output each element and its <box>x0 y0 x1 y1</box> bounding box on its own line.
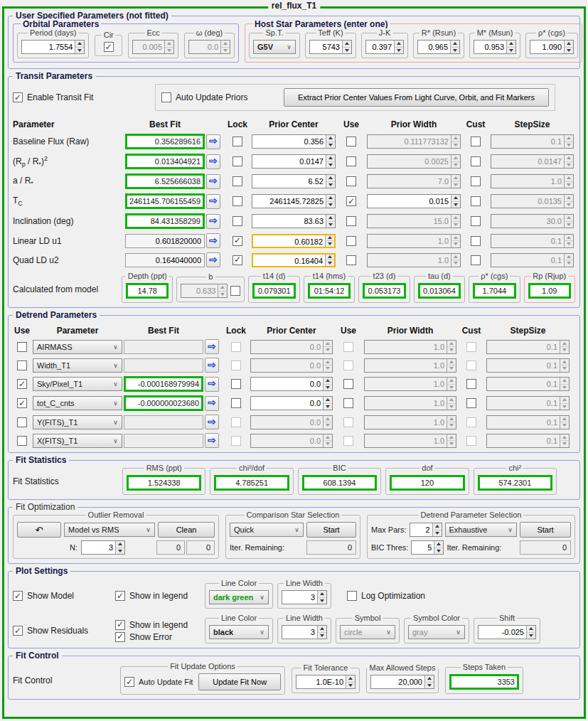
detrend-prior-width-field[interactable]: 1.0 <box>364 358 456 373</box>
spinner[interactable] <box>564 135 573 148</box>
spin-up-button[interactable] <box>326 235 334 241</box>
detrend-custom-step-checkbox[interactable] <box>466 342 476 352</box>
spinner[interactable] <box>564 155 573 168</box>
spin-down-button[interactable] <box>565 221 573 228</box>
spinner[interactable] <box>526 626 535 639</box>
spin-down-button[interactable] <box>565 141 573 149</box>
spin-down-button[interactable] <box>318 597 326 604</box>
detrend-parameter-select[interactable]: AIRMASS∨ <box>33 340 122 354</box>
spin-up-button[interactable] <box>326 195 335 201</box>
use-prior-checkbox[interactable] <box>346 156 356 166</box>
prior-center-field[interactable]: 0.16404 <box>252 253 336 267</box>
stepsize-field[interactable]: 1.0 <box>491 174 574 188</box>
spinner[interactable] <box>564 235 573 247</box>
spin-down-button[interactable] <box>447 346 456 353</box>
detrend-use-checkbox[interactable] <box>17 436 27 446</box>
copy-bestfit-to-prior-button[interactable]: ⇨ <box>206 194 220 209</box>
use-prior-checkbox[interactable] <box>346 236 356 246</box>
spinner[interactable] <box>323 378 332 390</box>
copy-bestfit-to-prior-button[interactable]: ⇨ <box>205 377 219 392</box>
spectral-type-select[interactable]: G5V∨ <box>253 40 296 54</box>
spin-up-button[interactable] <box>326 155 335 161</box>
lock-checkbox[interactable] <box>232 156 242 166</box>
spinner[interactable] <box>317 591 326 604</box>
copy-bestfit-to-prior-button[interactable]: ⇨ <box>206 154 220 169</box>
spin-up-button[interactable] <box>425 675 434 682</box>
spin-down-button[interactable] <box>560 422 569 429</box>
spinner[interactable] <box>394 41 403 53</box>
spin-down-button[interactable] <box>326 221 335 228</box>
spinner[interactable] <box>218 284 227 297</box>
comp-star-start-button[interactable]: Start <box>306 522 356 538</box>
spin-up-button[interactable] <box>447 359 456 365</box>
stepsize-field[interactable]: 0.1 <box>491 234 574 248</box>
use-prior-checkbox[interactable] <box>346 196 356 206</box>
spin-down-button[interactable] <box>165 47 173 54</box>
spinner[interactable] <box>560 378 569 390</box>
auto-update-fit-checkbox[interactable] <box>124 677 134 687</box>
spinner[interactable] <box>342 41 351 53</box>
detrend-stepsize-field[interactable]: 0.1 <box>486 377 570 391</box>
spin-down-button[interactable] <box>326 161 335 169</box>
spinner[interactable] <box>323 397 332 410</box>
detrend-use-checkbox[interactable] <box>17 342 27 352</box>
detrend-prior-width-field[interactable]: 1.0 <box>364 340 456 354</box>
detrend-prior-center-field[interactable]: 0.0 <box>250 415 333 429</box>
period-field[interactable]: 1.7554 <box>21 40 85 54</box>
spin-up-button[interactable] <box>324 378 332 384</box>
spin-up-button[interactable] <box>326 135 335 141</box>
lock-checkbox[interactable] <box>232 255 242 265</box>
lock-checkbox[interactable] <box>232 176 242 186</box>
spin-down-button[interactable] <box>218 291 227 298</box>
spinner[interactable] <box>447 378 456 390</box>
symbol-color-select[interactable]: gray∨ <box>408 625 465 639</box>
detrend-parameter-select[interactable]: X(FITS)_T1∨ <box>33 434 122 448</box>
spinner[interactable] <box>560 397 569 410</box>
spin-up-button[interactable] <box>447 378 456 384</box>
spin-down-button[interactable] <box>324 365 332 372</box>
spinner[interactable] <box>564 254 573 267</box>
spin-up-button[interactable] <box>165 41 173 47</box>
stepsize-field[interactable]: 0.0147 <box>491 154 574 169</box>
lock-checkbox[interactable] <box>232 216 242 226</box>
spin-up-button[interactable] <box>324 416 332 422</box>
detrend-parameter-select[interactable]: Sky/Pixel_T1∨ <box>33 377 122 391</box>
spinner[interactable] <box>451 195 460 208</box>
copy-bestfit-to-prior-button[interactable]: ⇨ <box>206 174 220 189</box>
prior-width-field[interactable]: 0.0025 <box>367 154 461 169</box>
detrend-lock-checkbox[interactable] <box>231 436 241 446</box>
show-model-checkbox[interactable] <box>13 591 23 601</box>
spin-down-button[interactable] <box>116 548 124 555</box>
detrend-custom-step-checkbox[interactable] <box>466 398 476 408</box>
prior-width-field[interactable]: 0.015 <box>367 194 461 208</box>
spin-down-button[interactable] <box>425 682 434 689</box>
spin-up-button[interactable] <box>565 215 573 221</box>
detrend-prior-width-field[interactable]: 1.0 <box>364 415 456 429</box>
spinner[interactable] <box>447 341 456 353</box>
spin-down-button[interactable] <box>560 440 569 447</box>
spin-up-button[interactable] <box>326 255 334 260</box>
outlier-method-select[interactable]: Model vs RMS∨ <box>64 523 155 537</box>
detrend-custom-step-checkbox[interactable] <box>466 417 476 427</box>
teff-field[interactable]: 5743 <box>309 40 352 54</box>
spin-down-button[interactable] <box>565 161 573 169</box>
prior-center-field[interactable]: 0.0147 <box>252 154 336 169</box>
spin-down-button[interactable] <box>318 632 326 639</box>
prior-center-field[interactable]: 83.63 <box>252 214 336 228</box>
custom-step-checkbox[interactable] <box>471 156 481 166</box>
spinner[interactable] <box>346 675 355 688</box>
spin-up-button[interactable] <box>324 397 332 403</box>
spin-down-button[interactable] <box>447 440 456 447</box>
show-error-checkbox[interactable] <box>115 632 125 642</box>
spin-down-button[interactable] <box>326 181 335 188</box>
spin-up-button[interactable] <box>451 41 459 47</box>
spin-down-button[interactable] <box>326 260 334 266</box>
spin-down-button[interactable] <box>324 346 332 353</box>
mstar-field[interactable]: 0.953 <box>474 40 516 54</box>
spin-up-button[interactable] <box>451 254 460 260</box>
spin-up-button[interactable] <box>447 416 456 422</box>
detrend-use-prior-checkbox[interactable] <box>343 360 353 370</box>
spinner[interactable] <box>447 434 456 447</box>
spin-up-button[interactable] <box>447 341 456 347</box>
spin-down-button[interactable] <box>447 422 456 429</box>
